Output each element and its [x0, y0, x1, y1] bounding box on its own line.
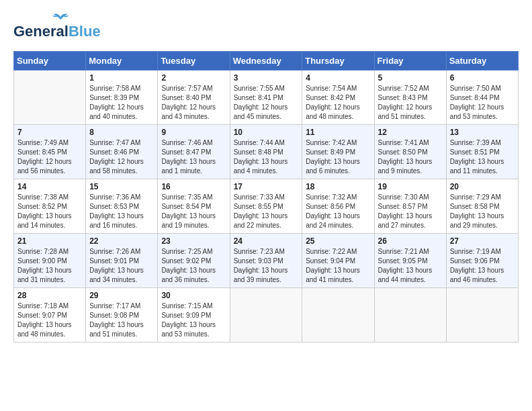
day-info: Sunrise: 7:25 AM Sunset: 9:02 PM Dayligh…: [161, 247, 226, 285]
calendar-cell: 26Sunrise: 7:21 AM Sunset: 9:05 PM Dayli…: [374, 234, 446, 288]
calendar-cell: 19Sunrise: 7:30 AM Sunset: 8:57 PM Dayli…: [374, 179, 446, 234]
day-info: Sunrise: 7:17 AM Sunset: 9:08 PM Dayligh…: [89, 302, 154, 339]
calendar-cell: 23Sunrise: 7:25 AM Sunset: 9:02 PM Dayli…: [158, 234, 230, 288]
day-number: 1: [89, 73, 154, 83]
day-of-week-header: Friday: [374, 52, 446, 71]
logo-blue: Blue: [69, 23, 101, 40]
calendar-week-row: 1Sunrise: 7:58 AM Sunset: 8:39 PM Daylig…: [14, 71, 519, 125]
day-number: 16: [161, 182, 226, 191]
day-number: 11: [306, 128, 370, 137]
calendar-cell: 8Sunrise: 7:47 AM Sunset: 8:46 PM Daylig…: [86, 125, 158, 179]
calendar-cell: 27Sunrise: 7:19 AM Sunset: 9:06 PM Dayli…: [446, 234, 518, 288]
day-info: Sunrise: 7:30 AM Sunset: 8:57 PM Dayligh…: [378, 193, 443, 230]
day-info: Sunrise: 7:41 AM Sunset: 8:50 PM Dayligh…: [378, 138, 443, 176]
calendar-cell: 15Sunrise: 7:36 AM Sunset: 8:53 PM Dayli…: [86, 179, 158, 234]
calendar-cell: [302, 288, 374, 342]
calendar-cell: 24Sunrise: 7:23 AM Sunset: 9:03 PM Dayli…: [230, 234, 302, 288]
calendar-cell: 30Sunrise: 7:15 AM Sunset: 9:09 PM Dayli…: [158, 288, 230, 342]
day-info: Sunrise: 7:18 AM Sunset: 9:07 PM Dayligh…: [17, 302, 82, 339]
calendar-cell: 29Sunrise: 7:17 AM Sunset: 9:08 PM Dayli…: [86, 288, 158, 342]
day-number: 9: [161, 128, 226, 137]
day-number: 4: [306, 73, 370, 83]
day-number: 30: [161, 291, 226, 300]
day-info: Sunrise: 7:26 AM Sunset: 9:01 PM Dayligh…: [89, 247, 154, 285]
day-number: 5: [378, 73, 443, 83]
calendar-cell: 4Sunrise: 7:54 AM Sunset: 8:42 PM Daylig…: [302, 71, 374, 125]
logo: General Blue: [13, 13, 101, 40]
day-info: Sunrise: 7:33 AM Sunset: 8:55 PM Dayligh…: [234, 193, 299, 230]
day-info: Sunrise: 7:46 AM Sunset: 8:47 PM Dayligh…: [161, 138, 226, 176]
day-number: 12: [378, 128, 443, 137]
day-number: 19: [378, 182, 443, 191]
calendar-cell: [374, 288, 446, 342]
calendar-cell: 1Sunrise: 7:58 AM Sunset: 8:39 PM Daylig…: [86, 71, 158, 125]
day-number: 13: [450, 128, 515, 137]
day-info: Sunrise: 7:23 AM Sunset: 9:03 PM Dayligh…: [234, 247, 299, 285]
calendar-cell: 21Sunrise: 7:28 AM Sunset: 9:00 PM Dayli…: [14, 234, 86, 288]
day-info: Sunrise: 7:52 AM Sunset: 8:43 PM Dayligh…: [378, 84, 443, 122]
logo-general: General: [13, 23, 69, 40]
calendar-table: SundayMondayTuesdayWednesdayThursdayFrid…: [13, 51, 519, 342]
calendar-cell: 11Sunrise: 7:42 AM Sunset: 8:49 PM Dayli…: [302, 125, 374, 179]
day-number: 14: [17, 182, 82, 191]
day-info: Sunrise: 7:54 AM Sunset: 8:42 PM Dayligh…: [306, 84, 370, 122]
day-number: 7: [17, 128, 82, 137]
day-info: Sunrise: 7:22 AM Sunset: 9:04 PM Dayligh…: [306, 247, 370, 285]
day-info: Sunrise: 7:49 AM Sunset: 8:45 PM Dayligh…: [17, 138, 82, 176]
day-info: Sunrise: 7:47 AM Sunset: 8:46 PM Dayligh…: [89, 138, 154, 176]
calendar-cell: 6Sunrise: 7:50 AM Sunset: 8:44 PM Daylig…: [446, 71, 518, 125]
day-info: Sunrise: 7:58 AM Sunset: 8:39 PM Dayligh…: [89, 84, 154, 122]
day-number: 24: [234, 236, 299, 246]
calendar-cell: 25Sunrise: 7:22 AM Sunset: 9:04 PM Dayli…: [302, 234, 374, 288]
day-info: Sunrise: 7:42 AM Sunset: 8:49 PM Dayligh…: [306, 138, 370, 176]
day-of-week-header: Saturday: [446, 52, 518, 71]
day-of-week-header: Monday: [86, 52, 158, 71]
calendar-week-row: 21Sunrise: 7:28 AM Sunset: 9:00 PM Dayli…: [14, 234, 519, 288]
day-info: Sunrise: 7:29 AM Sunset: 8:58 PM Dayligh…: [450, 193, 515, 230]
day-number: 3: [234, 73, 299, 83]
calendar-cell: 14Sunrise: 7:38 AM Sunset: 8:52 PM Dayli…: [14, 179, 86, 234]
day-info: Sunrise: 7:55 AM Sunset: 8:41 PM Dayligh…: [234, 84, 299, 122]
day-info: Sunrise: 7:21 AM Sunset: 9:05 PM Dayligh…: [378, 247, 443, 285]
day-info: Sunrise: 7:50 AM Sunset: 8:44 PM Dayligh…: [450, 84, 515, 122]
calendar-cell: [14, 71, 86, 125]
calendar-cell: 17Sunrise: 7:33 AM Sunset: 8:55 PM Dayli…: [230, 179, 302, 234]
calendar-week-row: 7Sunrise: 7:49 AM Sunset: 8:45 PM Daylig…: [14, 125, 519, 179]
day-number: 17: [234, 182, 299, 191]
calendar-cell: [230, 288, 302, 342]
day-info: Sunrise: 7:15 AM Sunset: 9:09 PM Dayligh…: [161, 302, 226, 339]
calendar-week-row: 14Sunrise: 7:38 AM Sunset: 8:52 PM Dayli…: [14, 179, 519, 234]
calendar-cell: 20Sunrise: 7:29 AM Sunset: 8:58 PM Dayli…: [446, 179, 518, 234]
calendar-cell: 16Sunrise: 7:35 AM Sunset: 8:54 PM Dayli…: [158, 179, 230, 234]
day-number: 23: [161, 236, 226, 246]
day-number: 2: [161, 73, 226, 83]
day-info: Sunrise: 7:35 AM Sunset: 8:54 PM Dayligh…: [161, 193, 226, 230]
calendar-cell: 22Sunrise: 7:26 AM Sunset: 9:01 PM Dayli…: [86, 234, 158, 288]
day-of-week-header: Wednesday: [230, 52, 302, 71]
calendar-cell: 9Sunrise: 7:46 AM Sunset: 8:47 PM Daylig…: [158, 125, 230, 179]
calendar-week-row: 28Sunrise: 7:18 AM Sunset: 9:07 PM Dayli…: [14, 288, 519, 342]
calendar-cell: [446, 288, 518, 342]
day-info: Sunrise: 7:19 AM Sunset: 9:06 PM Dayligh…: [450, 247, 515, 285]
day-info: Sunrise: 7:57 AM Sunset: 8:40 PM Dayligh…: [161, 84, 226, 122]
calendar-cell: 7Sunrise: 7:49 AM Sunset: 8:45 PM Daylig…: [14, 125, 86, 179]
day-number: 15: [89, 182, 154, 191]
day-info: Sunrise: 7:44 AM Sunset: 8:48 PM Dayligh…: [234, 138, 299, 176]
day-number: 20: [450, 182, 515, 191]
calendar-cell: 5Sunrise: 7:52 AM Sunset: 8:43 PM Daylig…: [374, 71, 446, 125]
header: General Blue: [13, 13, 519, 40]
day-info: Sunrise: 7:28 AM Sunset: 9:00 PM Dayligh…: [17, 247, 82, 285]
day-info: Sunrise: 7:38 AM Sunset: 8:52 PM Dayligh…: [17, 193, 82, 230]
calendar-cell: 12Sunrise: 7:41 AM Sunset: 8:50 PM Dayli…: [374, 125, 446, 179]
calendar-cell: 3Sunrise: 7:55 AM Sunset: 8:41 PM Daylig…: [230, 71, 302, 125]
day-of-week-header: Tuesday: [158, 52, 230, 71]
day-number: 8: [89, 128, 154, 137]
day-info: Sunrise: 7:39 AM Sunset: 8:51 PM Dayligh…: [450, 138, 515, 176]
calendar-cell: 10Sunrise: 7:44 AM Sunset: 8:48 PM Dayli…: [230, 125, 302, 179]
day-of-week-header: Thursday: [302, 52, 374, 71]
day-number: 26: [378, 236, 443, 246]
day-number: 21: [17, 236, 82, 246]
day-number: 29: [89, 291, 154, 300]
day-info: Sunrise: 7:32 AM Sunset: 8:56 PM Dayligh…: [306, 193, 370, 230]
calendar-cell: 18Sunrise: 7:32 AM Sunset: 8:56 PM Dayli…: [302, 179, 374, 234]
